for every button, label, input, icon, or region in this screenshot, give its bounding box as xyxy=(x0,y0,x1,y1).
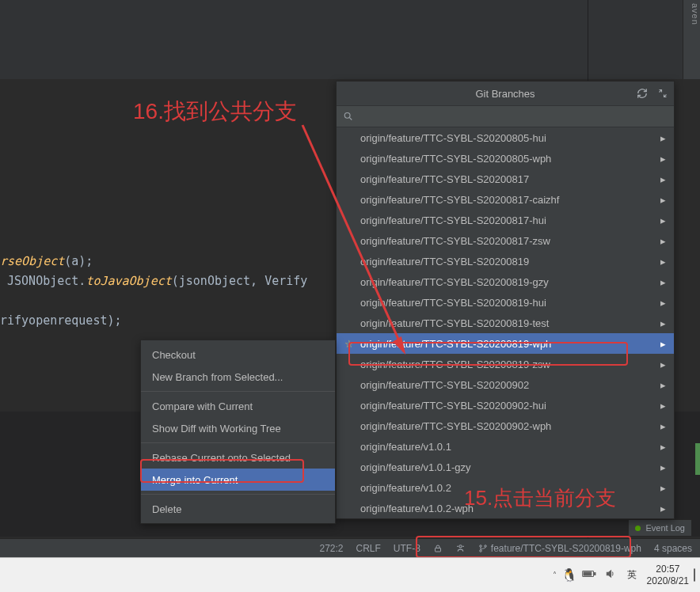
annotation-box-merge xyxy=(140,459,304,483)
annotation-15: 15.点击当前分支 xyxy=(464,484,616,512)
ime-indicator[interactable]: 英 xyxy=(622,565,642,586)
os-taskbar: ˄ 🐧 英 20:57 2020/8/21 xyxy=(0,557,700,592)
tray-clock[interactable]: 20:57 2020/8/21 xyxy=(647,564,689,586)
tray-time: 20:57 xyxy=(647,564,689,575)
svg-rect-10 xyxy=(594,573,595,575)
qq-icon[interactable]: 🐧 xyxy=(561,567,577,583)
tray-date: 2020/8/21 xyxy=(647,575,689,586)
annotation-box-statusbranch xyxy=(416,536,631,558)
svg-line-0 xyxy=(302,125,404,351)
tray-overflow-icon[interactable]: ˄ xyxy=(553,571,557,579)
battery-icon[interactable] xyxy=(582,569,596,581)
notifications-icon[interactable] xyxy=(694,569,695,581)
right-gutter-marker xyxy=(695,443,700,475)
annotation-box-branch xyxy=(348,342,628,366)
volume-icon[interactable] xyxy=(604,568,617,582)
svg-rect-11 xyxy=(584,572,592,575)
